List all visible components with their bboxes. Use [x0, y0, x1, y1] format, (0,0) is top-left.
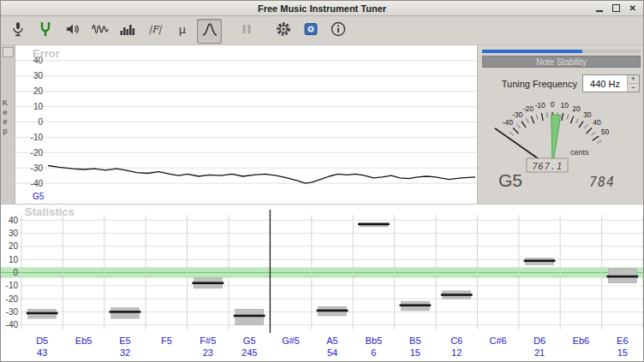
microphone-button[interactable] — [5, 19, 30, 44]
toolbar-separator — [224, 31, 231, 32]
svg-text:0: 0 — [38, 117, 43, 127]
svg-text:21: 21 — [534, 347, 545, 358]
tuning-frequency-spinbox: + − — [582, 74, 640, 92]
tuning-fork-button[interactable] — [33, 19, 57, 44]
spin-buttons: + − — [627, 75, 639, 92]
svg-text:F#5: F#5 — [200, 335, 216, 346]
svg-text:15: 15 — [617, 347, 628, 358]
dial-svg: -40-30-20-1001020304050cents767.1 — [478, 93, 644, 177]
svg-text:23: 23 — [203, 347, 213, 358]
statistics-svg: 403020100-10-20-30-40D543Eb5E532F5F#523G… — [1, 205, 644, 362]
svg-text:|F|: |F| — [148, 24, 162, 35]
svg-text:30: 30 — [33, 71, 44, 80]
sound-device-button[interactable] — [298, 19, 323, 44]
svg-text:-20: -20 — [31, 148, 44, 157]
title-bar: Free Music Instrument Tuner ✕ — [1, 1, 643, 16]
svg-text:30: 30 — [9, 228, 19, 238]
tuning-fork-icon — [37, 21, 54, 41]
svg-text:-10: -10 — [6, 281, 19, 290]
mu-icon: μ — [174, 21, 191, 41]
svg-text:32: 32 — [120, 347, 130, 358]
spin-down-button[interactable]: − — [628, 84, 639, 92]
tuner-panel: Note Stability Tuning Frequency + − -40-… — [477, 45, 644, 204]
svg-text:G#5: G#5 — [282, 335, 300, 346]
waveform-button[interactable] — [87, 19, 112, 44]
fourier-F-icon: |F| — [146, 21, 164, 41]
maximize-button[interactable] — [612, 4, 620, 12]
svg-text:-20: -20 — [6, 294, 19, 304]
gear-icon — [275, 21, 292, 41]
svg-text:Bb5: Bb5 — [366, 335, 383, 346]
svg-text:15: 15 — [410, 347, 420, 358]
svg-text:-10: -10 — [31, 133, 44, 142]
mu-statistics-button[interactable]: μ — [170, 19, 194, 44]
svg-text:Eb6: Eb6 — [573, 335, 590, 346]
svg-text:6: 6 — [371, 347, 376, 358]
splitter-handle[interactable] — [3, 47, 14, 57]
svg-text:-40: -40 — [6, 320, 19, 329]
speaker-button[interactable] — [60, 19, 85, 44]
detected-note: G5 — [498, 170, 522, 191]
settings-button[interactable] — [271, 19, 295, 44]
svg-text:-10: -10 — [535, 101, 546, 110]
fourier-button[interactable]: |F| — [142, 19, 167, 44]
maximize-icon — [612, 4, 620, 12]
svg-text:43: 43 — [37, 347, 47, 358]
svg-text:20: 20 — [572, 104, 581, 113]
note-stability-bar: Note Stability — [482, 56, 641, 68]
tuning-frequency-label: Tuning Frequency — [478, 79, 577, 89]
svg-text:40: 40 — [593, 118, 601, 127]
svg-text:-40: -40 — [31, 179, 44, 188]
statistics-panel: 403020100-10-20-30-40D543Eb5E532F5F#523G… — [1, 204, 644, 362]
svg-text:20: 20 — [9, 241, 19, 251]
minimize-button[interactable] — [596, 4, 603, 12]
svg-text:-30: -30 — [31, 163, 44, 173]
info-icon — [330, 21, 347, 41]
statistics-title: Statistics — [25, 205, 75, 218]
target-frequency-display: 784 — [589, 175, 615, 190]
gaussian-curve-icon — [201, 21, 218, 41]
pause-button[interactable] — [234, 19, 259, 44]
histogram-icon — [119, 21, 136, 41]
svg-text:10: 10 — [561, 101, 569, 110]
svg-text:C6: C6 — [450, 335, 462, 346]
svg-text:μ: μ — [178, 23, 185, 36]
svg-text:B5: B5 — [409, 335, 420, 346]
svg-text:40: 40 — [9, 216, 19, 225]
sound-device-icon — [302, 21, 319, 41]
waveform-icon — [92, 21, 109, 41]
gaussian-curve-button[interactable] — [197, 19, 222, 44]
speaker-icon — [64, 21, 81, 41]
histogram-button[interactable] — [115, 19, 140, 44]
svg-text:50: 50 — [601, 128, 610, 136]
error-plot-svg: 403020100-10-20-30-40 — [15, 45, 477, 204]
note-stability-progress — [482, 50, 641, 53]
info-button[interactable] — [325, 19, 350, 44]
window-title: Free Music Instrument Tuner — [258, 3, 386, 14]
svg-text:C#6: C#6 — [490, 335, 507, 346]
svg-text:12: 12 — [451, 347, 462, 358]
svg-text:E5: E5 — [119, 335, 130, 346]
toolbar: |F| μ — [1, 17, 643, 45]
svg-text:0: 0 — [551, 100, 555, 109]
svg-text:D6: D6 — [534, 335, 546, 346]
svg-text:-40: -40 — [503, 118, 514, 127]
error-plot-title: Error — [33, 47, 60, 60]
tuning-frequency-input[interactable] — [583, 75, 627, 92]
keep-label: Keep — [1, 98, 15, 136]
window-controls: ✕ — [596, 1, 636, 15]
close-button[interactable]: ✕ — [629, 4, 636, 13]
stability-progress-fill — [482, 50, 582, 53]
error-plot-note-label: G5 — [33, 192, 44, 201]
svg-text:-30: -30 — [6, 307, 19, 317]
svg-text:-30: -30 — [512, 110, 523, 119]
minimize-icon — [596, 4, 603, 12]
pause-icon — [238, 21, 255, 41]
svg-text:10: 10 — [33, 102, 44, 111]
error-plot-panel: 403020100-10-20-30-40 Error G5 — [15, 45, 477, 204]
svg-text:E6: E6 — [617, 335, 628, 346]
svg-text:0: 0 — [13, 268, 18, 277]
keep-splitter[interactable]: Keep — [1, 45, 15, 204]
svg-text:A5: A5 — [326, 335, 337, 346]
svg-text:D5: D5 — [36, 335, 48, 346]
